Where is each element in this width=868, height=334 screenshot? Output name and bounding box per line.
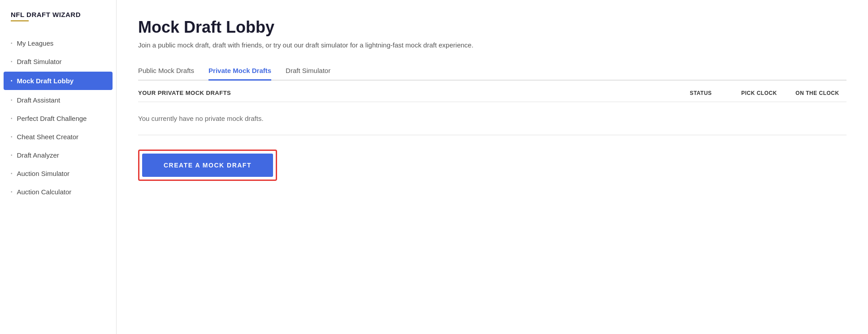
tab-private-mock-drafts[interactable]: Private Mock Drafts xyxy=(208,63,271,80)
sidebar-item-my-leagues[interactable]: My Leagues xyxy=(0,34,116,52)
sidebar-item-auction-calculator[interactable]: Auction Calculator xyxy=(0,183,116,201)
sidebar-item-auction-simulator[interactable]: Auction Simulator xyxy=(0,164,116,183)
table-section-label: YOUR PRIVATE MOCK DRAFTS xyxy=(138,90,672,96)
col-header-pick-clock: PICK CLOCK xyxy=(730,90,788,96)
table-header: YOUR PRIVATE MOCK DRAFTS STATUS PICK CLO… xyxy=(138,81,846,102)
sidebar-logo-area: NFL DRAFT WIZARD xyxy=(0,11,116,25)
create-button-area: CREATE A MOCK DRAFT xyxy=(138,150,277,181)
tab-public-mock-drafts[interactable]: Public Mock Drafts xyxy=(138,63,194,80)
main-content: Mock Draft Lobby Join a public mock draf… xyxy=(117,0,868,334)
sidebar-item-draft-assistant[interactable]: Draft Assistant xyxy=(0,91,116,109)
page-subtitle: Join a public mock draft, draft with fri… xyxy=(138,41,846,49)
sidebar-item-draft-analyzer[interactable]: Draft Analyzer xyxy=(0,146,116,164)
sidebar-item-draft-simulator[interactable]: Draft Simulator xyxy=(0,52,116,71)
tab-draft-simulator[interactable]: Draft Simulator xyxy=(286,63,330,80)
col-header-status: STATUS xyxy=(672,90,730,96)
sidebar-logo-underline xyxy=(11,20,29,21)
empty-state-message: You currently have no private mock draft… xyxy=(138,102,846,135)
sidebar-item-cheat-sheet-creator[interactable]: Cheat Sheet Creator xyxy=(0,128,116,146)
tabs-bar: Public Mock DraftsPrivate Mock DraftsDra… xyxy=(138,63,846,81)
col-header-on-the-clock: ON THE CLOCK xyxy=(788,90,846,96)
sidebar-item-mock-draft-lobby[interactable]: Mock Draft Lobby xyxy=(4,72,113,90)
sidebar-item-perfect-draft-challenge[interactable]: Perfect Draft Challenge xyxy=(0,109,116,128)
sidebar-nav: My LeaguesDraft SimulatorMock Draft Lobb… xyxy=(0,34,116,201)
sidebar: NFL DRAFT WIZARD My LeaguesDraft Simulat… xyxy=(0,0,117,334)
create-mock-draft-button[interactable]: CREATE A MOCK DRAFT xyxy=(142,154,273,177)
page-title: Mock Draft Lobby xyxy=(138,18,846,37)
sidebar-logo-text: NFL DRAFT WIZARD xyxy=(11,11,105,18)
create-button-highlight: CREATE A MOCK DRAFT xyxy=(138,150,277,181)
